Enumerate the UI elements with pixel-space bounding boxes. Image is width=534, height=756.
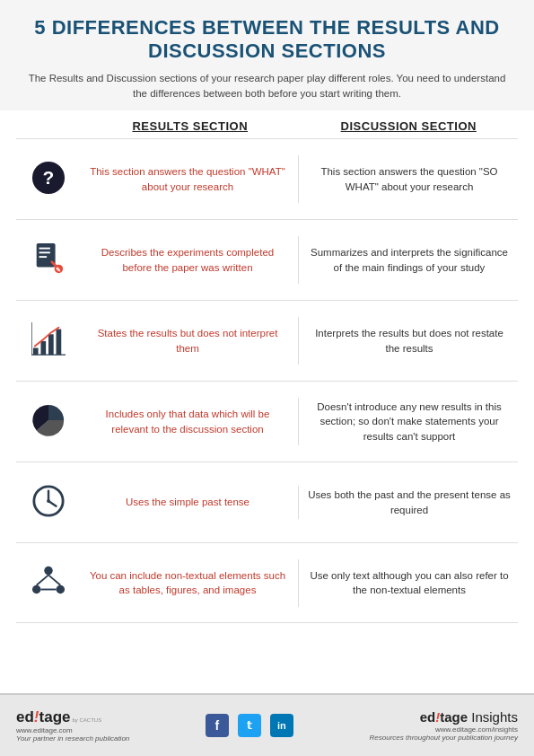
- icon-cell-6: [16, 564, 81, 602]
- result-cell-1: This section answers the question "WHAT"…: [81, 155, 299, 203]
- facebook-icon[interactable]: f: [206, 714, 229, 737]
- table-row: Includes only that data which will be re…: [16, 381, 518, 462]
- chart-icon: [31, 322, 66, 360]
- icon-cell-2: ✎: [16, 242, 81, 279]
- icon-cell-5: [16, 484, 81, 522]
- result-cell-2: Describes the experiments completed befo…: [81, 236, 299, 284]
- icon-cell-3: [16, 322, 81, 360]
- discuss-cell-5: Uses both the past and the present tense…: [299, 479, 518, 526]
- footer-tagline-left: Your partner in research publication: [16, 734, 129, 743]
- result-cell-5: Uses the simple past tense: [81, 486, 299, 519]
- result-cell-4: Includes only that data which will be re…: [81, 398, 299, 445]
- footer: ed!tageby CACTUS www.editage.com Your pa…: [0, 693, 534, 756]
- logo-right: ed!tage Insights: [370, 710, 518, 724]
- discuss-cell-6: Use only text although you can also refe…: [299, 559, 518, 607]
- discuss-cell-3: Interprets the results but does not rest…: [299, 317, 518, 365]
- svg-rect-5: [39, 256, 48, 258]
- svg-point-20: [32, 585, 41, 594]
- table-row: States the results but does not interpre…: [16, 300, 518, 381]
- discuss-cell-1: This section answers the question "SO WH…: [299, 155, 518, 203]
- clock-icon: [31, 484, 66, 522]
- table-rows: ? This section answers the question "WHA…: [16, 138, 518, 623]
- table-row: Uses the simple past tense Uses both the…: [16, 462, 518, 542]
- footer-social: f 𝕥 in: [206, 714, 293, 737]
- page: 5 DIFFERENCES BETWEEN THE RESULTS AND DI…: [0, 0, 534, 756]
- svg-rect-4: [39, 251, 50, 253]
- svg-point-19: [44, 567, 53, 576]
- svg-rect-11: [57, 329, 62, 355]
- icon-cell-4: [16, 403, 81, 441]
- svg-rect-8: [33, 347, 39, 355]
- subtitle: The Results and Discussion sections of y…: [27, 71, 507, 102]
- comparison-table: RESULTS SECTION DISCUSSION SECTION ? Thi…: [0, 110, 534, 693]
- question-icon: ?: [31, 161, 66, 198]
- svg-point-18: [47, 499, 50, 503]
- svg-rect-9: [40, 341, 46, 355]
- network-icon: [31, 564, 66, 602]
- svg-point-21: [57, 585, 66, 594]
- table-row: ✎ Describes the experiments completed be…: [16, 219, 518, 300]
- table-row: You can include non-textual elements suc…: [16, 542, 518, 623]
- footer-tagline-right: Resources throughout your publication jo…: [370, 734, 518, 742]
- svg-rect-10: [48, 334, 54, 355]
- result-cell-3: States the results but does not interpre…: [81, 317, 299, 365]
- footer-right: ed!tage Insights www.editage.com/insight…: [370, 710, 518, 742]
- icon-cell-1: ?: [16, 161, 81, 198]
- header: 5 DIFFERENCES BETWEEN THE RESULTS AND DI…: [0, 0, 534, 110]
- footer-left: ed!tageby CACTUS www.editage.com Your pa…: [16, 709, 129, 743]
- footer-url-left: www.editage.com: [16, 726, 129, 734]
- results-column-header: RESULTS SECTION: [81, 119, 300, 133]
- svg-line-23: [48, 576, 60, 585]
- footer-url-right: www.editage.com/insights: [370, 725, 518, 734]
- svg-line-22: [37, 576, 48, 585]
- svg-text:✎: ✎: [56, 267, 61, 273]
- svg-rect-3: [39, 247, 50, 249]
- pie-chart-icon: [31, 403, 66, 441]
- linkedin-icon[interactable]: in: [270, 714, 293, 737]
- discuss-cell-4: Doesn't introduce any new results in thi…: [299, 391, 518, 453]
- discussion-column-header: DISCUSSION SECTION: [300, 119, 519, 133]
- table-row: ? This section answers the question "WHA…: [16, 138, 518, 219]
- logo-left: ed!tageby CACTUS: [16, 709, 129, 725]
- page-title: 5 DIFFERENCES BETWEEN THE RESULTS AND DI…: [27, 16, 507, 64]
- discuss-cell-2: Summarizes and interprets the significan…: [299, 236, 518, 284]
- svg-text:?: ?: [43, 166, 55, 187]
- result-cell-6: You can include non-textual elements suc…: [81, 559, 299, 607]
- twitter-icon[interactable]: 𝕥: [238, 714, 261, 737]
- column-headers: RESULTS SECTION DISCUSSION SECTION: [81, 110, 518, 138]
- document-icon: ✎: [31, 242, 66, 279]
